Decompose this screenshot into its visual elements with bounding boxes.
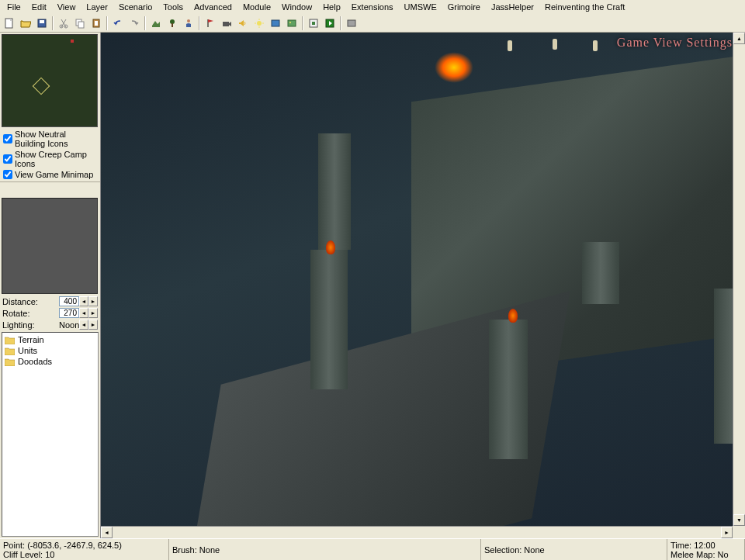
cut-button[interactable] xyxy=(56,16,71,31)
menu-tools[interactable]: Tools xyxy=(158,1,189,13)
test-map-button[interactable] xyxy=(322,16,338,31)
svg-rect-2 xyxy=(40,20,44,23)
scene-candle-icon xyxy=(508,40,512,51)
status-brush: Brush: None xyxy=(169,539,481,560)
left-panel: Show Neutral Building Icons Show Creep C… xyxy=(0,33,101,538)
toolbar xyxy=(0,14,745,33)
scene-brazier-icon xyxy=(435,52,473,83)
open-file-button[interactable] xyxy=(18,16,33,31)
checkbox-neutral-buildings[interactable] xyxy=(3,134,12,143)
folder-icon xyxy=(5,336,15,344)
tree-item-doodads[interactable]: Doodads xyxy=(4,356,96,367)
save-file-button[interactable] xyxy=(34,16,50,31)
status-selection: Selection: None xyxy=(481,539,667,560)
status-point-text: Point: (-8053.6, -2467.9, 624.5) xyxy=(3,541,165,550)
toolbar-separator xyxy=(144,16,146,30)
toolbar-separator xyxy=(302,16,303,30)
game-view-settings-link[interactable]: Game View Settings xyxy=(617,36,733,50)
scene-pillar xyxy=(318,133,351,250)
param-rotate: Rotate: ◄ ► xyxy=(0,307,100,319)
scene-candle-icon xyxy=(553,39,557,50)
spinner-left-button[interactable]: ◄ xyxy=(79,296,88,306)
menu-module[interactable]: Module xyxy=(237,1,276,13)
minimap-marker-icon xyxy=(71,40,74,43)
spinner-left-button[interactable]: ◄ xyxy=(79,320,88,330)
svg-point-21 xyxy=(289,22,291,23)
sound-tool-button[interactable] xyxy=(235,16,251,31)
svg-rect-10 xyxy=(172,23,173,27)
status-cliff-text: Cliff Level: 10 xyxy=(3,550,165,559)
option-creep-camps[interactable]: Show Creep Camp Icons xyxy=(0,149,100,169)
status-selection-text: Selection: None xyxy=(484,545,664,555)
spinner-right-button[interactable]: ► xyxy=(88,320,98,330)
rotate-input[interactable] xyxy=(59,308,79,318)
svg-point-11 xyxy=(187,19,190,22)
scroll-left-button[interactable]: ◄ xyxy=(101,527,113,538)
viewport-scene[interactable] xyxy=(101,33,733,526)
scene-torch-icon xyxy=(508,309,518,323)
vertical-scrollbar[interactable]: ▲ ▼ xyxy=(733,33,745,526)
option-label: View Game Minimap xyxy=(15,170,93,179)
copy-button[interactable] xyxy=(72,16,88,31)
undo-button[interactable] xyxy=(110,16,126,31)
flag-tool-button[interactable] xyxy=(203,16,218,31)
minimap[interactable] xyxy=(2,34,98,127)
new-file-button[interactable] xyxy=(2,16,17,31)
spinner-right-button[interactable]: ► xyxy=(88,308,98,318)
scene-pillar xyxy=(582,242,619,304)
scroll-up-button[interactable]: ▲ xyxy=(733,33,745,44)
redo-button[interactable] xyxy=(126,16,142,31)
spinner-right-button[interactable]: ► xyxy=(88,296,98,306)
tree-item-terrain[interactable]: Terrain xyxy=(4,334,96,345)
viewport[interactable]: Game View Settings ▲ ▼ ◄ ► xyxy=(101,33,745,538)
tree-label: Terrain xyxy=(18,335,44,344)
object-tree[interactable]: Terrain Units Doodads xyxy=(2,332,99,537)
scroll-down-button[interactable]: ▼ xyxy=(733,514,745,526)
checkbox-creep-camps[interactable] xyxy=(3,154,12,164)
region-tool-button[interactable] xyxy=(268,16,283,31)
menu-advanced[interactable]: Advanced xyxy=(189,1,237,13)
lighting-tool-button[interactable] xyxy=(251,16,267,31)
menu-view[interactable]: View xyxy=(52,1,81,13)
menu-layer[interactable]: Layer xyxy=(81,1,113,13)
menu-help[interactable]: Help xyxy=(317,1,346,13)
menu-edit[interactable]: Edit xyxy=(26,1,52,13)
menu-file[interactable]: File xyxy=(2,1,26,13)
menu-grimoire[interactable]: Grimoire xyxy=(442,1,486,13)
svg-rect-8 xyxy=(95,21,98,26)
param-distance: Distance: ◄ ► xyxy=(0,296,100,307)
menu-reinventing[interactable]: Reinventing the Craft xyxy=(539,1,630,13)
toolbar-separator xyxy=(340,16,341,30)
tree-label: Doodads xyxy=(18,357,52,366)
terrain-tool-button[interactable] xyxy=(148,16,164,31)
svg-rect-19 xyxy=(272,20,279,26)
checkbox-game-minimap[interactable] xyxy=(3,170,12,179)
paste-button[interactable] xyxy=(88,16,104,31)
toolbar-separator xyxy=(52,16,54,30)
option-neutral-buildings[interactable]: Show Neutral Building Icons xyxy=(0,129,100,149)
option-game-minimap[interactable]: View Game Minimap xyxy=(0,169,100,182)
camera-tool-button[interactable] xyxy=(219,16,234,31)
menu-scenario[interactable]: Scenario xyxy=(113,1,158,13)
status-brush-text: Brush: None xyxy=(172,545,477,555)
param-label: Rotate: xyxy=(2,309,59,318)
menu-extensions[interactable]: Extensions xyxy=(346,1,399,13)
doodad-tool-button[interactable] xyxy=(165,16,180,31)
scroll-right-button[interactable]: ► xyxy=(721,527,733,538)
scene-candle-icon xyxy=(593,40,598,51)
svg-rect-24 xyxy=(348,20,355,26)
settings-tool-button[interactable] xyxy=(344,16,359,31)
spinner-left-button[interactable]: ◄ xyxy=(79,308,88,318)
horizontal-scrollbar[interactable]: ◄ ► xyxy=(101,526,733,538)
tree-item-units[interactable]: Units xyxy=(4,345,96,356)
status-time: Time: 12:00 Melee Map: No xyxy=(667,539,745,560)
unit-tool-button[interactable] xyxy=(181,16,196,31)
option-label: Show Neutral Building Icons xyxy=(15,130,97,148)
tree-label: Units xyxy=(18,346,37,355)
menu-umswe[interactable]: UMSWE xyxy=(399,1,442,13)
export-tool-button[interactable] xyxy=(306,16,321,31)
menu-window[interactable]: Window xyxy=(276,1,317,13)
picture-tool-button[interactable] xyxy=(284,16,300,31)
menu-jasshelper[interactable]: JassHelper xyxy=(486,1,539,13)
distance-input[interactable] xyxy=(59,296,79,306)
